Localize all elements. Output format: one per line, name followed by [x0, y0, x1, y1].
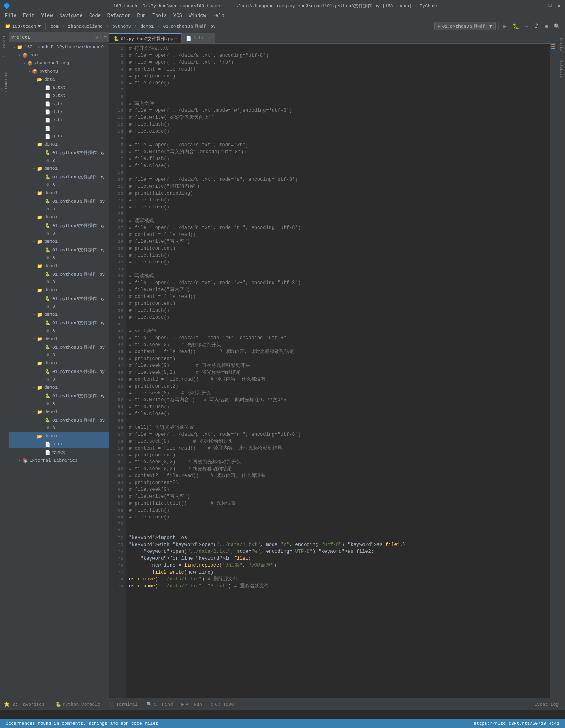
panel-sync-icon[interactable]: ↕	[100, 34, 102, 40]
toolbar-breadcrumb-zhangxueliang[interactable]: zhangxueliang	[66, 21, 105, 31]
close-button[interactable]: ✕	[556, 3, 562, 9]
sidebar-item-structure[interactable]: 2: Structure	[0, 67, 9, 92]
bottom-tab-terminal[interactable]: ⬛ Terminal	[105, 699, 142, 710]
sidebar-item-project[interactable]: 1: Project	[0, 34, 9, 58]
tree-gtxt[interactable]: ▾ 📄 g.txt	[9, 132, 109, 140]
tree-py-4[interactable]: ▾🐍01.python3文件操作.py	[9, 246, 109, 254]
tree-demo1-7[interactable]: ▾📁demo1	[9, 310, 109, 319]
tree-3txt-selected[interactable]: ▾ 📄 3.txt	[9, 440, 109, 448]
panel-gear-icon[interactable]: ⚙	[95, 34, 98, 40]
tree-py-9[interactable]: ▾🐍01.python3文件操作.py	[9, 367, 109, 375]
tree-3-6[interactable]: ▾③3	[9, 302, 109, 310]
favorites-icon[interactable]: ⭐ 2: Favorites	[2, 699, 46, 710]
tree-f[interactable]: ▾ 📄 f	[9, 124, 109, 132]
menu-run[interactable]: Run	[134, 11, 149, 20]
coverage-button[interactable]: ☂	[522, 21, 531, 31]
tree-python3[interactable]: ▾ 📦 python3	[9, 67, 109, 75]
menu-vcs[interactable]: VCS	[170, 11, 185, 20]
tree-py-3[interactable]: ▾🐍01.python3文件操作.py	[9, 221, 109, 229]
tree-3-10[interactable]: ▾③3	[9, 400, 109, 408]
bottom-tab-todo[interactable]: ☑ 6: TODO	[207, 699, 238, 710]
tab-3txt-close[interactable]: ✕	[208, 36, 211, 41]
tree-etxt[interactable]: ▾ 📄 e.txt	[9, 116, 109, 124]
run-config-selector[interactable]: ▶ 01.python3文件操作 ▼	[434, 22, 496, 30]
tree-py-2[interactable]: ▾🐍01.python3文件操作.py	[9, 197, 109, 205]
tree-3-7[interactable]: ▾③3	[9, 327, 109, 335]
tree-demo1-1[interactable]: ▾📁demo1	[9, 165, 109, 173]
gradle-panel-icon[interactable]: Gradle	[557, 34, 565, 54]
toolbar-project-selector[interactable]: 📁 163-teach ▼	[2, 21, 43, 31]
menu-tools[interactable]: Tools	[149, 11, 170, 20]
tree-demo1-6[interactable]: ▾📁demo1	[9, 286, 109, 294]
menu-edit[interactable]: Edit	[20, 11, 38, 20]
status-url[interactable]: https://hltd.cSHt.htt/50720 4:41	[471, 719, 562, 728]
tab-3txt[interactable]: 📄 3.txt ✕	[182, 33, 215, 43]
bottom-tab-find[interactable]: 🔍 3: Find	[143, 699, 177, 710]
tree-3-2[interactable]: ▾③3	[9, 205, 109, 213]
tree-atxt[interactable]: ▾ 📄 a.txt	[9, 84, 109, 92]
panel-collapse-icon[interactable]: −	[104, 34, 107, 40]
tree-py-1[interactable]: ▾🐍01.python3文件操作.py	[9, 173, 109, 181]
menu-refactor[interactable]: Refactor	[104, 11, 134, 20]
tree-3-9[interactable]: ▾③3	[9, 375, 109, 383]
tree-com[interactable]: ▾ 📦 com	[9, 51, 109, 59]
maximize-button[interactable]: □	[547, 3, 553, 9]
tree-demo1-10[interactable]: ▾📁demo1	[9, 383, 109, 392]
toolbar-breadcrumb-python3[interactable]: python3	[110, 21, 133, 31]
tree-3-3[interactable]: ▾③3	[9, 229, 109, 238]
tree-demo1-8[interactable]: ▾📁demo1	[9, 335, 109, 343]
code-content[interactable]: # 打开文件a.txt# file = open('../data/a.txt'…	[126, 44, 550, 698]
tree-demo1-0[interactable]: ▾📁demo1	[9, 140, 109, 148]
tree-3-0[interactable]: ▾③3	[9, 156, 109, 165]
menu-window[interactable]: Window	[185, 11, 209, 20]
tree-external-libs[interactable]: ▸ 📚 External Libraries	[9, 456, 109, 465]
profile-button[interactable]: ⏱	[531, 21, 542, 31]
tree-py-11[interactable]: ▾🐍01.python3文件操作.py	[9, 416, 109, 424]
tree-3-8[interactable]: ▾③3	[9, 351, 109, 359]
debug-button[interactable]: 🐛	[510, 21, 522, 31]
tree-3-5[interactable]: ▾③3	[9, 278, 109, 286]
bottom-tab-run[interactable]: ▶ 4: Run	[177, 699, 206, 710]
tree-py-5[interactable]: ▾🐍01.python3文件操作.py	[9, 270, 109, 278]
run-button[interactable]: ▶	[501, 21, 509, 31]
tree-demo1-4[interactable]: ▾📁demo1	[9, 238, 109, 246]
tree-py-10[interactable]: ▾🐍01.python3文件操作.py	[9, 392, 109, 400]
tree-py-6[interactable]: ▾🐍01.python3文件操作.py	[9, 294, 109, 302]
toolbar-breadcrumb-demo1[interactable]: demo1	[138, 21, 156, 31]
tree-3-11[interactable]: ▾③3	[9, 424, 109, 432]
tree-py-7[interactable]: ▾🐍01.python3文件操作.py	[9, 319, 109, 327]
right-scrollbar[interactable]	[550, 44, 556, 698]
settings-button[interactable]: ⚙	[542, 21, 550, 31]
tree-demo1-selected[interactable]: ▾ 📂 demo1	[9, 432, 109, 440]
database-panel-icon[interactable]: Database	[557, 59, 565, 79]
tree-3-1[interactable]: ▾③3	[9, 181, 109, 189]
tree-demo1-2[interactable]: ▾📁demo1	[9, 189, 109, 197]
toolbar-breadcrumb-com[interactable]: com	[48, 21, 61, 31]
tree-dtxt[interactable]: ▾ 📄 d.txt	[9, 108, 109, 116]
minimize-button[interactable]: —	[538, 3, 544, 9]
search-everywhere-button[interactable]: 🔍	[551, 21, 563, 31]
tree-demo1-3[interactable]: ▾📁demo1	[9, 213, 109, 221]
bottom-tab-event-log[interactable]: Event Log	[531, 699, 563, 710]
tree-zhangxueliang[interactable]: ▾ 📦 zhangxueliang	[9, 59, 109, 67]
menu-code[interactable]: Code	[86, 11, 104, 20]
tab-main-file[interactable]: 🐍 01.python3文件操作.py ✕	[109, 33, 182, 43]
tree-root[interactable]: ▾ 📁 163-teach D:\Python\workspace\163-te…	[9, 43, 109, 51]
bottom-tab-python-console[interactable]: 🐍 Python Console	[51, 699, 104, 710]
tree-demo1-11[interactable]: ▾📁demo1	[9, 408, 109, 416]
menu-view[interactable]: View	[38, 11, 56, 20]
tree-py-0[interactable]: ▾🐍01.python3文件操作.py	[9, 148, 109, 156]
tree-demo1-9[interactable]: ▾📁demo1	[9, 359, 109, 367]
tree-demo1-5[interactable]: ▾📁demo1	[9, 262, 109, 270]
tree-wenjianming[interactable]: ▾ 📄 文件名	[9, 448, 109, 456]
tree-py-8[interactable]: ▾🐍01.python3文件操作.py	[9, 343, 109, 351]
menu-help[interactable]: Help	[209, 11, 228, 20]
tree-data[interactable]: ▾ 📂 data	[9, 75, 109, 84]
tree-3-4[interactable]: ▾③3	[9, 254, 109, 262]
tree-ctxt[interactable]: ▾ 📄 c.txt	[9, 100, 109, 108]
menu-file[interactable]: File	[2, 11, 20, 20]
toolbar-breadcrumb-file[interactable]: 01.python3文件操作.py	[161, 21, 218, 31]
tab-main-close[interactable]: ✕	[175, 36, 177, 41]
tree-btxt[interactable]: ▾ 📄 b.txt	[9, 92, 109, 100]
menu-navigate[interactable]: Navigate	[56, 11, 86, 20]
